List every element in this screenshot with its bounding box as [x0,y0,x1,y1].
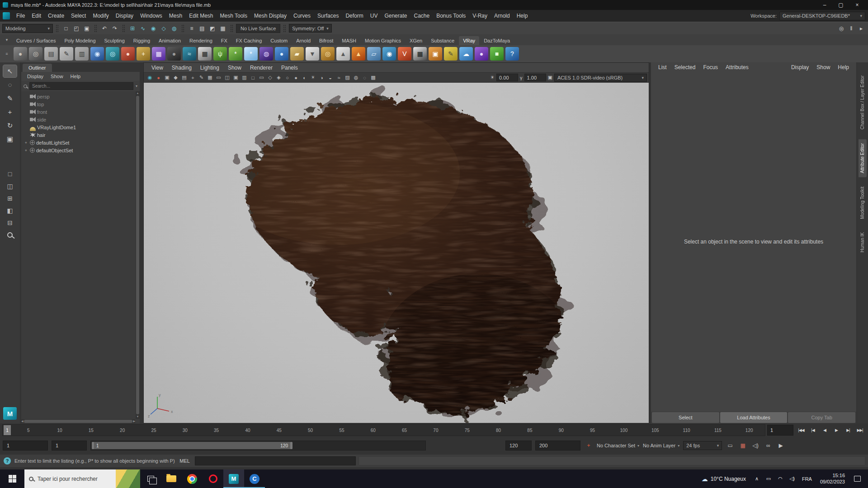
menu-item[interactable]: Generate [381,11,410,20]
gamma-field[interactable] [524,74,546,81]
waterdrop-icon[interactable]: ● [275,47,288,61]
opera-button[interactable] [203,469,223,488]
symmetry-select[interactable]: Symmetry: Off ▾ [289,24,332,33]
taskbar-search[interactable]: Taper ici pour rechercher [24,469,140,488]
fluid-sphere-icon[interactable]: ◉ [382,47,396,61]
menu-item[interactable]: File [13,11,28,20]
outliner-item[interactable]: top [21,100,135,108]
atom-icon[interactable]: ◎ [106,47,119,61]
chrome-button[interactable] [182,469,203,488]
close-button[interactable]: × [849,0,865,9]
toolbar-grip[interactable] [94,24,97,33]
isolate-select-icon[interactable]: ◌ [360,74,369,82]
attribute-editor-menu-item[interactable]: Selected [671,63,699,71]
flower-icon[interactable]: * [229,47,242,61]
clock[interactable]: 15:16 09/02/2023 [816,473,849,485]
expand-toggle[interactable]: + [24,148,28,153]
gate-mask-icon[interactable]: ▣ [231,74,240,82]
help-docs-icon[interactable]: ? [505,47,519,61]
ocean-shader-icon[interactable]: ≈ [183,47,196,61]
sidebar-tab[interactable]: Modeling Toolkit [859,183,867,223]
display-icon[interactable]: ▭ [763,469,774,488]
attribute-editor-menu-item[interactable]: Show [813,63,834,71]
gold-ring-icon[interactable]: ◎ [321,47,335,61]
daz-purple-icon[interactable]: ● [475,47,488,61]
menu-item[interactable]: Edit Mesh [186,11,216,20]
layout-hypershade[interactable]: ⊟ [3,217,17,228]
save-scene-icon[interactable]: ▣ [82,24,91,33]
snap-to-grid-icon[interactable]: ⊞ [128,24,137,33]
hypershade-icon[interactable]: ◩ [208,24,217,33]
sidebar-tab[interactable]: Channel Box / Layer Editor [859,71,867,134]
viewport-menu-item[interactable]: View [147,64,167,72]
attribute-editor-menu-item[interactable]: Help [834,63,853,71]
play-forwards-button[interactable]: ▶ [830,425,842,436]
menu-item[interactable]: Cache [410,11,433,20]
outliner-search-input[interactable] [29,82,133,90]
outliner-item[interactable]: hair [21,131,135,139]
menu-item[interactable]: Mesh Display [251,11,290,20]
scrollbar-thumb[interactable] [136,96,139,414]
menu-item[interactable]: Surfaces [314,11,342,20]
toolbar-grip[interactable] [283,24,286,33]
animation-end-field[interactable] [535,441,580,450]
shelf-tab[interactable]: FX [217,36,231,45]
start-button[interactable] [0,469,24,488]
snowflake-icon[interactable]: * [244,47,258,61]
no-live-surface-field[interactable]: No Live Surface [236,24,280,33]
minimize-button[interactable]: – [816,0,833,9]
attribute-editor-menu-item[interactable]: Display [788,63,812,71]
hair-object[interactable] [144,83,649,423]
pan-zoom-icon[interactable]: + [189,74,197,82]
bookmark-icon[interactable]: ◆ [171,74,180,82]
select-tool[interactable]: ↖ [3,65,17,77]
search-highlight-image[interactable] [116,469,140,488]
snap-to-point-icon[interactable]: ◉ [149,24,158,33]
red-shader-sphere-icon[interactable]: ● [121,47,135,61]
menu-item[interactable]: Display [113,11,137,20]
color-managed-icon[interactable]: ▣ [548,75,552,80]
menu-item[interactable]: Mesh Tools [217,11,250,20]
toolbar-grip[interactable] [122,24,125,33]
viewport-camera-icon[interactable]: ◉ [146,74,154,82]
fps-select[interactable]: 24 fps ▾ [683,441,722,450]
snap-to-curve-icon[interactable]: ∿ [138,24,147,33]
menu-item[interactable]: Help [514,11,531,20]
menu-item[interactable]: Deform [342,11,366,20]
menu-item[interactable]: Windows [137,11,165,20]
outliner-item[interactable]: persp [21,93,135,100]
toolbar-grip[interactable] [230,24,233,33]
range-slider-handle[interactable]: 1 120 [92,442,292,449]
cached-playback-icon[interactable]: ▦ [738,441,747,450]
open-scene-icon[interactable]: ◰ [72,24,81,33]
xray-icon[interactable]: ▩ [369,74,377,82]
menu-item[interactable]: Arnold [491,11,513,20]
shiny-sphere-icon[interactable]: ◉ [90,47,104,61]
character-set-select[interactable]: No Character Set ▾ [597,443,639,448]
current-frame-marker[interactable]: 1 [4,425,11,435]
mel-label[interactable]: MEL [175,458,195,464]
shelf-list-icon[interactable]: ≡ [2,52,12,56]
rotate-tool[interactable]: ↻ [3,119,17,131]
animation-start-field[interactable] [3,441,48,450]
make-live-icon[interactable]: ◍ [170,24,179,33]
shelf-tab[interactable]: DazToMaya [480,36,514,45]
outliner-item[interactable]: + defaultObjectSet [21,146,135,154]
scroll-left-icon[interactable]: ◀ [21,419,24,423]
fire-fx-icon[interactable]: ▲ [352,47,365,61]
colorspace-select[interactable]: ACES 1.0 SDR-video (sRGB) ▾ [554,74,647,82]
sidebar-tab[interactable]: Attribute Editor [859,139,867,177]
outliner-item[interactable]: + defaultLightSet [21,139,135,146]
layout-two-pane[interactable]: ◫ [3,181,17,192]
go-to-start-button[interactable]: |◀◀ [795,425,807,436]
viewport-canvas[interactable]: y x z [144,83,649,423]
shelf-tab[interactable]: Poly Modeling [60,36,99,45]
motion-blur-icon[interactable]: ≈ [335,74,343,82]
sequencer-icon[interactable]: ▸ [857,24,866,33]
grease-pencil-icon[interactable]: ✎ [197,74,206,82]
wireframe-icon[interactable]: ○ [283,74,292,82]
anim-layer-select[interactable]: No Anim Layer ▾ [643,443,679,448]
tray-chevron-icon[interactable]: ∧ [751,469,762,488]
sand-solid-icon[interactable]: ▰ [290,47,304,61]
c-app-button[interactable]: C [244,469,265,488]
